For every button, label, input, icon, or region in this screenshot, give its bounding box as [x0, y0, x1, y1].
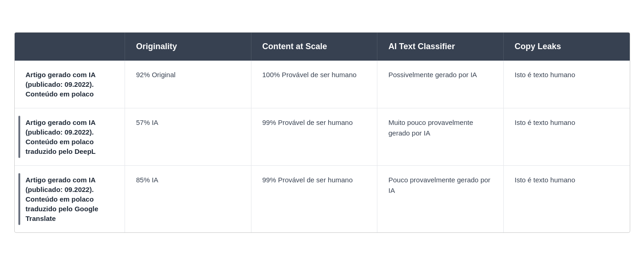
ai-text-classifier-cell: Possivelmente gerado por IA [377, 61, 504, 108]
row-label-text: Artigo gerado com IA (publicado: 09.2022… [26, 118, 96, 155]
table-row: Artigo gerado com IA (publicado: 09.2022… [15, 108, 630, 166]
accent-bar [18, 116, 20, 158]
header-originality: Originality [125, 33, 251, 61]
header-ai-text-classifier: AI Text Classifier [377, 33, 504, 61]
content-at-scale-cell: 99% Provável de ser humano [251, 108, 377, 166]
table-row: Artigo gerado com IA (publicado: 09.2022… [15, 61, 630, 108]
content-at-scale-cell: 99% Provável de ser humano [251, 166, 377, 233]
table-row: Artigo gerado com IA (publicado: 09.2022… [15, 166, 630, 233]
copy-leaks-cell: Isto é texto humano [503, 61, 630, 108]
copy-leaks-cell: Isto é texto humano [503, 166, 630, 233]
row-label-cell: Artigo gerado com IA (publicado: 09.2022… [15, 166, 125, 233]
row-label-text: Artigo gerado com IA (publicado: 09.2022… [26, 71, 96, 98]
row-label-cell: Artigo gerado com IA (publicado: 09.2022… [15, 108, 125, 166]
table-header-row: Originality Content at Scale AI Text Cla… [15, 33, 630, 61]
header-copy-leaks: Copy Leaks [503, 33, 630, 61]
ai-text-classifier-cell: Muito pouco provavelmente gerado por IA [377, 108, 504, 166]
copy-leaks-cell: Isto é texto humano [503, 108, 630, 166]
originality-cell: 92% Original [125, 61, 251, 108]
comparison-table: Originality Content at Scale AI Text Cla… [14, 32, 630, 233]
header-col1 [15, 33, 125, 61]
originality-cell: 57% IA [125, 108, 251, 166]
originality-cell: 85% IA [125, 166, 251, 233]
ai-text-classifier-cell: Pouco provavelmente gerado por IA [377, 166, 504, 233]
accent-bar [18, 173, 20, 225]
content-at-scale-cell: 100% Provável de ser humano [251, 61, 377, 108]
row-label-cell: Artigo gerado com IA (publicado: 09.2022… [15, 61, 125, 108]
header-content-at-scale: Content at Scale [251, 33, 377, 61]
row-label-text: Artigo gerado com IA (publicado: 09.2022… [26, 176, 98, 222]
